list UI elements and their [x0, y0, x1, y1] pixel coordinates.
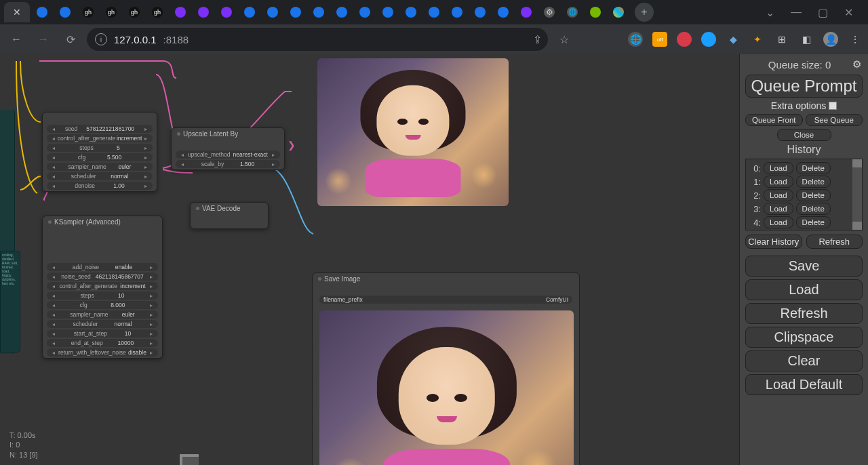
tab-1[interactable]: [31, 2, 53, 22]
refresh-button[interactable]: Refresh: [745, 303, 863, 324]
node-param-row[interactable]: ◂upscale_methodnearest-exact▸: [176, 150, 280, 159]
param-value[interactable]: 8.000: [111, 302, 125, 308]
node-param-row[interactable]: ◂schedulernormal▸: [47, 320, 158, 328]
chevron-left-icon[interactable]: ◂: [51, 293, 56, 299]
param-value[interactable]: normal: [115, 321, 132, 327]
chevron-right-icon[interactable]: ▸: [143, 183, 149, 189]
node-param-row[interactable]: ◂scale_by1.500▸: [176, 160, 280, 168]
ext-icon-5[interactable]: ◆: [726, 32, 741, 47]
node-param-row[interactable]: ◂return_with_leftover_noisedisable▸: [47, 348, 158, 357]
filename-prefix-value[interactable]: ComfyUI: [546, 296, 568, 303]
tab-21[interactable]: [492, 2, 514, 22]
new-tab-button[interactable]: +: [635, 3, 654, 22]
chevron-right-icon[interactable]: ▸: [149, 340, 154, 346]
tab-6[interactable]: gh: [146, 2, 168, 22]
ext-icon-6[interactable]: ✦: [750, 32, 765, 47]
window-close-icon[interactable]: ✕: [844, 6, 853, 19]
chevron-right-icon[interactable]: ▸: [149, 302, 154, 308]
tab-14[interactable]: [331, 2, 353, 22]
reload-button[interactable]: ⟳: [60, 28, 81, 50]
see-queue-button[interactable]: See Queue: [806, 114, 863, 126]
history-load-button[interactable]: Load: [764, 176, 793, 188]
node-graph-canvas[interactable]: smiling, distilled, RAW, soft, blurred, …: [0, 54, 739, 465]
history-load-button[interactable]: Load: [764, 189, 793, 201]
tab-close-icon[interactable]: ✕: [13, 7, 21, 18]
chevron-right-icon[interactable]: ▸: [271, 152, 276, 158]
tab-2[interactable]: [54, 2, 76, 22]
clear-button[interactable]: Clear: [745, 350, 863, 371]
history-delete-button[interactable]: Delete: [796, 162, 831, 174]
extra-options-checkbox[interactable]: [829, 102, 837, 110]
param-value[interactable]: 5: [117, 144, 120, 151]
param-value[interactable]: 10: [118, 292, 124, 299]
address-bar[interactable]: i 127.0.0.1:8188: [87, 28, 548, 51]
window-minimize-icon[interactable]: —: [791, 6, 802, 19]
tab-13[interactable]: [308, 2, 330, 22]
param-value[interactable]: 10: [125, 330, 131, 337]
node-vae-decode[interactable]: VAE Decode: [190, 202, 269, 229]
chevron-right-icon[interactable]: ▸: [143, 155, 149, 161]
chevron-right-icon[interactable]: ▸: [143, 126, 149, 132]
history-delete-button[interactable]: Delete: [796, 176, 831, 188]
chevron-right-icon[interactable]: ▸: [149, 321, 154, 327]
chevron-left-icon[interactable]: ◂: [51, 145, 56, 151]
tab-26[interactable]: [608, 2, 629, 22]
history-delete-button[interactable]: Delete: [796, 216, 831, 228]
node-ksampler-advanced[interactable]: KSampler (Advanced) ◂add_noiseenable▸◂no…: [42, 216, 163, 359]
node-param-row[interactable]: ◂end_at_step10000▸: [47, 339, 158, 347]
profile-icon[interactable]: 👤: [823, 32, 838, 47]
param-value[interactable]: 578122121881700: [86, 125, 134, 132]
tab-8[interactable]: [193, 2, 214, 22]
clear-history-button[interactable]: Clear History: [745, 235, 802, 249]
node-param-row[interactable]: ◂denoise1.00▸: [47, 182, 153, 190]
node-param-row[interactable]: ◂noise_seed462118145867707▸: [47, 272, 158, 281]
chevron-left-icon[interactable]: ◂: [51, 331, 56, 337]
node-ksampler[interactable]: ◂seed578122121881700▸◂control_after_gene…: [42, 112, 157, 192]
chevron-left-icon[interactable]: ◂: [51, 312, 56, 318]
chevron-left-icon[interactable]: ◂: [180, 152, 185, 158]
chevron-left-icon[interactable]: ◂: [51, 283, 56, 289]
chevron-right-icon[interactable]: ▸: [271, 161, 276, 167]
tab-3[interactable]: gh: [77, 2, 99, 22]
tab-16[interactable]: [377, 2, 399, 22]
scrollbar-down-icon[interactable]: [852, 222, 862, 230]
chevron-left-icon[interactable]: ◂: [51, 264, 56, 270]
node-param-row[interactable]: ◂add_noiseenable▸: [47, 263, 158, 271]
node-param-row[interactable]: ◂steps10▸: [47, 291, 158, 300]
history-load-button[interactable]: Load: [764, 203, 793, 215]
chevron-left-icon[interactable]: ◂: [51, 136, 56, 142]
chevron-left-icon[interactable]: ◂: [51, 274, 56, 280]
param-value[interactable]: 462118145867707: [96, 273, 144, 280]
ext-icon-2[interactable]: off: [652, 32, 667, 47]
load-default-button[interactable]: Load Default: [745, 374, 863, 395]
node-param-row[interactable]: ◂control_after_generateincrement▸: [47, 282, 158, 290]
tab-15[interactable]: [354, 2, 376, 22]
chevron-right-icon[interactable]: ▸: [143, 164, 149, 170]
node-upscale-latent[interactable]: Upscale Latent By ◂upscale_methodnearest…: [171, 127, 285, 170]
node-param-row[interactable]: ◂cfg8.000▸: [47, 301, 158, 309]
queue-prompt-button[interactable]: Queue Prompt: [745, 75, 863, 98]
chevron-right-icon[interactable]: ▸: [143, 136, 149, 142]
history-load-button[interactable]: Load: [764, 216, 793, 228]
bookmark-button[interactable]: ☆: [553, 28, 575, 50]
window-maximize-icon[interactable]: ▢: [818, 6, 828, 19]
back-button[interactable]: ←: [5, 28, 27, 50]
node-param-row[interactable]: ◂schedulernormal▸: [47, 172, 153, 180]
forward-button[interactable]: →: [33, 28, 54, 50]
queue-front-button[interactable]: Queue Front: [745, 114, 803, 126]
tab-11[interactable]: [262, 2, 283, 22]
tab-7[interactable]: [170, 2, 191, 22]
refresh-history-button[interactable]: Refresh: [806, 235, 863, 249]
scrollbar-up-icon[interactable]: [852, 159, 862, 167]
chevron-right-icon[interactable]: ▸: [143, 145, 149, 151]
clipspace-button[interactable]: Clipspace: [745, 327, 863, 348]
preview-image-bottom[interactable]: [319, 310, 574, 465]
param-value[interactable]: 1.00: [113, 182, 125, 189]
chevron-right-icon[interactable]: ▸: [149, 283, 154, 289]
tab-20[interactable]: [469, 2, 491, 22]
load-button[interactable]: Load: [745, 279, 863, 300]
tab-22[interactable]: [515, 2, 537, 22]
tab-18[interactable]: [423, 2, 445, 22]
node-param-row[interactable]: ◂control_after_generateincrement▸: [47, 134, 153, 142]
chevron-left-icon[interactable]: ◂: [51, 164, 56, 170]
